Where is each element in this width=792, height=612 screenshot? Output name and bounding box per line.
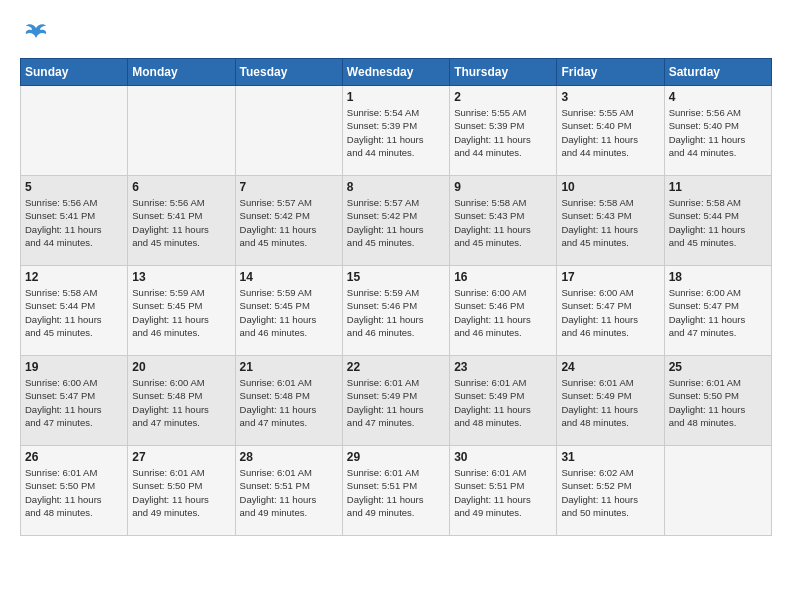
header-friday: Friday: [557, 59, 664, 86]
day-info: Sunrise: 6:00 AM Sunset: 5:48 PM Dayligh…: [132, 376, 230, 429]
calendar-cell: 2Sunrise: 5:55 AM Sunset: 5:39 PM Daylig…: [450, 86, 557, 176]
logo: [20, 20, 50, 48]
calendar-cell: [128, 86, 235, 176]
day-info: Sunrise: 5:57 AM Sunset: 5:42 PM Dayligh…: [240, 196, 338, 249]
day-number: 26: [25, 450, 123, 464]
day-number: 8: [347, 180, 445, 194]
day-info: Sunrise: 5:59 AM Sunset: 5:45 PM Dayligh…: [240, 286, 338, 339]
calendar-cell: 27Sunrise: 6:01 AM Sunset: 5:50 PM Dayli…: [128, 446, 235, 536]
calendar-cell: 20Sunrise: 6:00 AM Sunset: 5:48 PM Dayli…: [128, 356, 235, 446]
calendar-cell: 10Sunrise: 5:58 AM Sunset: 5:43 PM Dayli…: [557, 176, 664, 266]
day-info: Sunrise: 5:54 AM Sunset: 5:39 PM Dayligh…: [347, 106, 445, 159]
day-info: Sunrise: 6:01 AM Sunset: 5:50 PM Dayligh…: [669, 376, 767, 429]
logo-bird-icon: [22, 20, 50, 48]
day-info: Sunrise: 5:55 AM Sunset: 5:40 PM Dayligh…: [561, 106, 659, 159]
calendar-header-row: SundayMondayTuesdayWednesdayThursdayFrid…: [21, 59, 772, 86]
day-number: 1: [347, 90, 445, 104]
day-number: 4: [669, 90, 767, 104]
calendar-week-4: 19Sunrise: 6:00 AM Sunset: 5:47 PM Dayli…: [21, 356, 772, 446]
day-info: Sunrise: 6:02 AM Sunset: 5:52 PM Dayligh…: [561, 466, 659, 519]
day-number: 23: [454, 360, 552, 374]
day-info: Sunrise: 5:58 AM Sunset: 5:44 PM Dayligh…: [669, 196, 767, 249]
day-info: Sunrise: 5:59 AM Sunset: 5:46 PM Dayligh…: [347, 286, 445, 339]
calendar-cell: 6Sunrise: 5:56 AM Sunset: 5:41 PM Daylig…: [128, 176, 235, 266]
calendar-cell: 11Sunrise: 5:58 AM Sunset: 5:44 PM Dayli…: [664, 176, 771, 266]
calendar-cell: 16Sunrise: 6:00 AM Sunset: 5:46 PM Dayli…: [450, 266, 557, 356]
calendar-cell: 1Sunrise: 5:54 AM Sunset: 5:39 PM Daylig…: [342, 86, 449, 176]
day-info: Sunrise: 6:00 AM Sunset: 5:47 PM Dayligh…: [669, 286, 767, 339]
calendar-cell: 22Sunrise: 6:01 AM Sunset: 5:49 PM Dayli…: [342, 356, 449, 446]
calendar-table: SundayMondayTuesdayWednesdayThursdayFrid…: [20, 58, 772, 536]
day-info: Sunrise: 6:01 AM Sunset: 5:48 PM Dayligh…: [240, 376, 338, 429]
day-info: Sunrise: 6:01 AM Sunset: 5:51 PM Dayligh…: [240, 466, 338, 519]
calendar-cell: 3Sunrise: 5:55 AM Sunset: 5:40 PM Daylig…: [557, 86, 664, 176]
calendar-cell: 15Sunrise: 5:59 AM Sunset: 5:46 PM Dayli…: [342, 266, 449, 356]
day-number: 27: [132, 450, 230, 464]
day-number: 10: [561, 180, 659, 194]
day-number: 12: [25, 270, 123, 284]
day-number: 25: [669, 360, 767, 374]
header-sunday: Sunday: [21, 59, 128, 86]
calendar-cell: 31Sunrise: 6:02 AM Sunset: 5:52 PM Dayli…: [557, 446, 664, 536]
day-info: Sunrise: 5:58 AM Sunset: 5:43 PM Dayligh…: [454, 196, 552, 249]
header-thursday: Thursday: [450, 59, 557, 86]
day-info: Sunrise: 6:00 AM Sunset: 5:47 PM Dayligh…: [561, 286, 659, 339]
day-number: 16: [454, 270, 552, 284]
calendar-cell: 29Sunrise: 6:01 AM Sunset: 5:51 PM Dayli…: [342, 446, 449, 536]
page-header: [20, 20, 772, 48]
day-number: 7: [240, 180, 338, 194]
calendar-cell: 12Sunrise: 5:58 AM Sunset: 5:44 PM Dayli…: [21, 266, 128, 356]
day-info: Sunrise: 5:59 AM Sunset: 5:45 PM Dayligh…: [132, 286, 230, 339]
day-info: Sunrise: 6:01 AM Sunset: 5:50 PM Dayligh…: [132, 466, 230, 519]
calendar-cell: 28Sunrise: 6:01 AM Sunset: 5:51 PM Dayli…: [235, 446, 342, 536]
day-info: Sunrise: 5:58 AM Sunset: 5:44 PM Dayligh…: [25, 286, 123, 339]
day-number: 11: [669, 180, 767, 194]
header-monday: Monday: [128, 59, 235, 86]
day-info: Sunrise: 5:56 AM Sunset: 5:41 PM Dayligh…: [132, 196, 230, 249]
calendar-cell: [664, 446, 771, 536]
day-number: 18: [669, 270, 767, 284]
calendar-cell: 9Sunrise: 5:58 AM Sunset: 5:43 PM Daylig…: [450, 176, 557, 266]
calendar-cell: 25Sunrise: 6:01 AM Sunset: 5:50 PM Dayli…: [664, 356, 771, 446]
day-number: 5: [25, 180, 123, 194]
day-number: 19: [25, 360, 123, 374]
day-info: Sunrise: 6:01 AM Sunset: 5:50 PM Dayligh…: [25, 466, 123, 519]
calendar-cell: 13Sunrise: 5:59 AM Sunset: 5:45 PM Dayli…: [128, 266, 235, 356]
header-tuesday: Tuesday: [235, 59, 342, 86]
header-wednesday: Wednesday: [342, 59, 449, 86]
day-number: 30: [454, 450, 552, 464]
calendar-cell: 19Sunrise: 6:00 AM Sunset: 5:47 PM Dayli…: [21, 356, 128, 446]
calendar-cell: [235, 86, 342, 176]
calendar-cell: 26Sunrise: 6:01 AM Sunset: 5:50 PM Dayli…: [21, 446, 128, 536]
calendar-cell: [21, 86, 128, 176]
calendar-cell: 8Sunrise: 5:57 AM Sunset: 5:42 PM Daylig…: [342, 176, 449, 266]
day-number: 31: [561, 450, 659, 464]
day-number: 29: [347, 450, 445, 464]
day-number: 21: [240, 360, 338, 374]
calendar-cell: 18Sunrise: 6:00 AM Sunset: 5:47 PM Dayli…: [664, 266, 771, 356]
calendar-cell: 4Sunrise: 5:56 AM Sunset: 5:40 PM Daylig…: [664, 86, 771, 176]
day-number: 28: [240, 450, 338, 464]
day-info: Sunrise: 6:01 AM Sunset: 5:49 PM Dayligh…: [561, 376, 659, 429]
calendar-cell: 23Sunrise: 6:01 AM Sunset: 5:49 PM Dayli…: [450, 356, 557, 446]
day-info: Sunrise: 6:00 AM Sunset: 5:47 PM Dayligh…: [25, 376, 123, 429]
day-number: 24: [561, 360, 659, 374]
calendar-cell: 21Sunrise: 6:01 AM Sunset: 5:48 PM Dayli…: [235, 356, 342, 446]
calendar-cell: 7Sunrise: 5:57 AM Sunset: 5:42 PM Daylig…: [235, 176, 342, 266]
day-info: Sunrise: 6:01 AM Sunset: 5:49 PM Dayligh…: [454, 376, 552, 429]
day-number: 14: [240, 270, 338, 284]
calendar-cell: 14Sunrise: 5:59 AM Sunset: 5:45 PM Dayli…: [235, 266, 342, 356]
day-number: 2: [454, 90, 552, 104]
day-number: 15: [347, 270, 445, 284]
day-number: 17: [561, 270, 659, 284]
day-info: Sunrise: 5:58 AM Sunset: 5:43 PM Dayligh…: [561, 196, 659, 249]
calendar-body: 1Sunrise: 5:54 AM Sunset: 5:39 PM Daylig…: [21, 86, 772, 536]
calendar-cell: 30Sunrise: 6:01 AM Sunset: 5:51 PM Dayli…: [450, 446, 557, 536]
day-info: Sunrise: 6:01 AM Sunset: 5:49 PM Dayligh…: [347, 376, 445, 429]
calendar-week-1: 1Sunrise: 5:54 AM Sunset: 5:39 PM Daylig…: [21, 86, 772, 176]
day-info: Sunrise: 5:56 AM Sunset: 5:40 PM Dayligh…: [669, 106, 767, 159]
day-info: Sunrise: 6:00 AM Sunset: 5:46 PM Dayligh…: [454, 286, 552, 339]
calendar-week-5: 26Sunrise: 6:01 AM Sunset: 5:50 PM Dayli…: [21, 446, 772, 536]
calendar-cell: 5Sunrise: 5:56 AM Sunset: 5:41 PM Daylig…: [21, 176, 128, 266]
day-number: 9: [454, 180, 552, 194]
